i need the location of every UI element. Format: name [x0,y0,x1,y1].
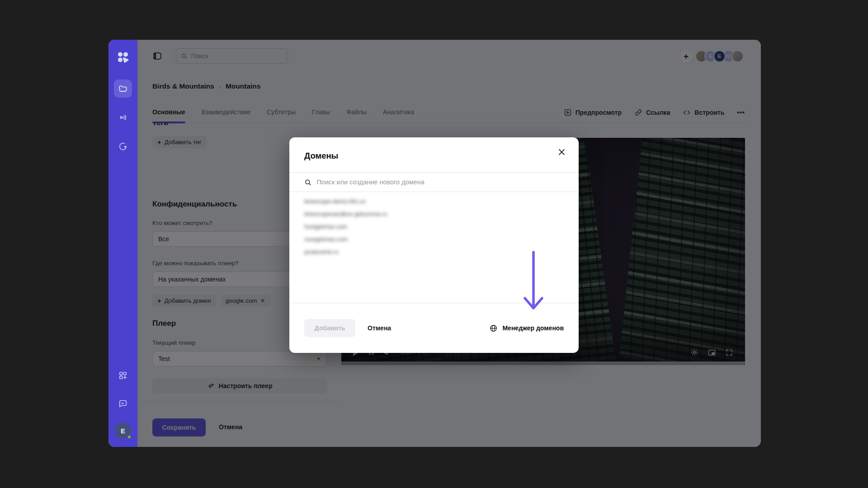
modal-search[interactable] [304,173,564,192]
modal-cancel-button[interactable]: Отмена [368,319,391,337]
sidebar-item-live[interactable] [114,108,132,127]
domain-list-item[interactable]: rosegetmax.com [304,236,387,243]
user-avatar-initial: E [121,427,125,435]
domains-modal: Домены kinescope-demo.hlls.us kinescopes… [289,137,579,353]
add-domain-submit-button[interactable]: Добавить [304,319,355,337]
sidebar-item-videos[interactable] [114,80,132,98]
sidebar-item-analytics[interactable] [114,137,132,155]
close-icon [558,148,566,156]
domain-list-item[interactable]: kinescope-demo.hlls.us [304,198,387,205]
modal-footer: Добавить Отмена Менеджер доменов [289,303,579,353]
globe-icon [489,324,498,333]
close-button[interactable] [554,145,569,159]
user-avatar[interactable]: E [115,422,131,439]
domain-search-input[interactable] [316,178,564,186]
divider [289,192,579,192]
domain-list: kinescope-demo.hlls.us kinescopesandbox.… [304,198,387,261]
online-status-dot [127,435,132,439]
search-icon [304,178,311,186]
sidebar: E [108,40,137,447]
domain-list-item[interactable]: productmk.ru [304,249,387,255]
modal-title: Домены [304,151,338,161]
sidebar-item-apps[interactable] [114,366,132,385]
kinescope-logo-icon[interactable] [115,50,131,65]
sidebar-item-support-chat[interactable] [114,394,132,413]
domain-list-item[interactable]: hostgetmax.com [304,223,387,230]
domain-list-item[interactable]: kinescopesandbox.getcourse.ru [304,211,387,217]
domain-manager-button[interactable]: Менеджер доменов [489,324,564,333]
